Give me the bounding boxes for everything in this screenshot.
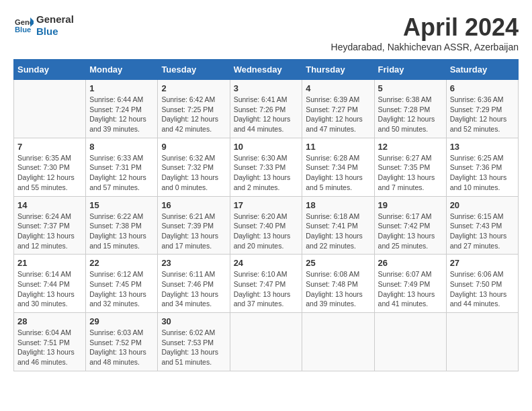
calendar-cell: 12Sunrise: 6:27 AM Sunset: 7:35 PM Dayli…	[374, 138, 446, 196]
calendar-cell	[302, 313, 374, 371]
calendar-cell: 8Sunrise: 6:33 AM Sunset: 7:31 PM Daylig…	[86, 138, 158, 196]
cell-content: Sunrise: 6:39 AM Sunset: 7:27 PM Dayligh…	[306, 95, 370, 134]
cell-content: Sunrise: 6:06 AM Sunset: 7:50 PM Dayligh…	[450, 269, 515, 309]
cell-content: Sunrise: 6:30 AM Sunset: 7:33 PM Dayligh…	[234, 153, 299, 193]
day-number: 30	[161, 316, 226, 326]
calendar-cell: 16Sunrise: 6:21 AM Sunset: 7:39 PM Dayli…	[158, 196, 230, 255]
day-number: 16	[161, 200, 226, 210]
day-number: 29	[89, 316, 154, 326]
day-number: 13	[450, 142, 515, 152]
day-number: 14	[17, 200, 82, 210]
day-number: 21	[17, 258, 82, 268]
day-number: 4	[306, 83, 370, 93]
day-number: 28	[17, 316, 82, 326]
calendar-cell	[446, 313, 518, 371]
day-number: 12	[378, 142, 443, 152]
calendar-cell: 2Sunrise: 6:42 AM Sunset: 7:25 PM Daylig…	[158, 80, 230, 138]
day-number: 27	[450, 258, 515, 268]
week-row-5: 28Sunrise: 6:04 AM Sunset: 7:51 PM Dayli…	[14, 313, 519, 371]
calendar-cell: 1Sunrise: 6:44 AM Sunset: 7:24 PM Daylig…	[86, 80, 158, 138]
day-number: 15	[89, 200, 154, 210]
day-number: 23	[161, 258, 226, 268]
calendar-cell: 15Sunrise: 6:22 AM Sunset: 7:38 PM Dayli…	[86, 196, 158, 255]
cell-content: Sunrise: 6:24 AM Sunset: 7:37 PM Dayligh…	[17, 212, 82, 251]
cell-content: Sunrise: 6:04 AM Sunset: 7:51 PM Dayligh…	[17, 328, 82, 367]
week-row-3: 14Sunrise: 6:24 AM Sunset: 7:37 PM Dayli…	[14, 196, 519, 255]
cell-content: Sunrise: 6:20 AM Sunset: 7:40 PM Dayligh…	[234, 212, 299, 251]
weekday-header-monday: Monday	[86, 60, 158, 80]
day-number: 2	[161, 83, 226, 93]
cell-content: Sunrise: 6:14 AM Sunset: 7:44 PM Dayligh…	[17, 269, 82, 309]
calendar-cell: 4Sunrise: 6:39 AM Sunset: 7:27 PM Daylig…	[302, 80, 374, 138]
day-number: 22	[89, 258, 154, 268]
calendar-cell: 7Sunrise: 6:35 AM Sunset: 7:30 PM Daylig…	[14, 138, 86, 196]
calendar-cell: 22Sunrise: 6:12 AM Sunset: 7:45 PM Dayli…	[86, 255, 158, 313]
cell-content: Sunrise: 6:36 AM Sunset: 7:29 PM Dayligh…	[450, 95, 515, 134]
cell-content: Sunrise: 6:44 AM Sunset: 7:24 PM Dayligh…	[89, 95, 154, 134]
calendar-cell	[374, 313, 446, 371]
cell-content: Sunrise: 6:33 AM Sunset: 7:31 PM Dayligh…	[89, 153, 154, 193]
calendar-cell: 23Sunrise: 6:11 AM Sunset: 7:46 PM Dayli…	[158, 255, 230, 313]
day-number: 7	[17, 142, 82, 152]
month-title: April 2024	[331, 13, 519, 42]
calendar-cell: 11Sunrise: 6:28 AM Sunset: 7:34 PM Dayli…	[302, 138, 374, 196]
svg-text:Blue: Blue	[15, 26, 31, 34]
logo-icon: General Blue	[15, 16, 34, 35]
calendar-cell: 25Sunrise: 6:08 AM Sunset: 7:48 PM Dayli…	[302, 255, 374, 313]
weekday-header-thursday: Thursday	[302, 60, 374, 80]
cell-content: Sunrise: 6:17 AM Sunset: 7:42 PM Dayligh…	[378, 212, 443, 251]
calendar-cell: 19Sunrise: 6:17 AM Sunset: 7:42 PM Dayli…	[374, 196, 446, 255]
logo-line2: Blue	[36, 26, 74, 38]
location: Heydarabad, Nakhichevan ASSR, Azerbaijan	[331, 42, 519, 52]
day-number: 24	[234, 258, 299, 268]
cell-content: Sunrise: 6:07 AM Sunset: 7:49 PM Dayligh…	[378, 269, 443, 309]
week-row-4: 21Sunrise: 6:14 AM Sunset: 7:44 PM Dayli…	[14, 255, 519, 313]
cell-content: Sunrise: 6:32 AM Sunset: 7:32 PM Dayligh…	[161, 153, 226, 193]
day-number: 18	[306, 200, 370, 210]
weekday-header-tuesday: Tuesday	[158, 60, 230, 80]
day-number: 1	[89, 83, 154, 93]
calendar-cell: 27Sunrise: 6:06 AM Sunset: 7:50 PM Dayli…	[446, 255, 518, 313]
calendar-cell: 21Sunrise: 6:14 AM Sunset: 7:44 PM Dayli…	[14, 255, 86, 313]
day-number: 11	[306, 142, 370, 152]
day-number: 20	[450, 200, 515, 210]
cell-content: Sunrise: 6:21 AM Sunset: 7:39 PM Dayligh…	[161, 212, 226, 251]
week-row-1: 1Sunrise: 6:44 AM Sunset: 7:24 PM Daylig…	[14, 80, 519, 138]
day-number: 6	[450, 83, 515, 93]
cell-content: Sunrise: 6:11 AM Sunset: 7:46 PM Dayligh…	[161, 269, 226, 309]
logo-line1: General	[36, 13, 74, 26]
page-header: General Blue General Blue April 2024 Hey…	[13, 13, 519, 52]
cell-content: Sunrise: 6:18 AM Sunset: 7:41 PM Dayligh…	[306, 212, 370, 251]
weekday-header-sunday: Sunday	[14, 60, 86, 80]
calendar-cell: 30Sunrise: 6:02 AM Sunset: 7:53 PM Dayli…	[158, 313, 230, 371]
cell-content: Sunrise: 6:28 AM Sunset: 7:34 PM Dayligh…	[306, 153, 370, 193]
logo: General Blue General Blue	[13, 13, 74, 38]
day-number: 19	[378, 200, 443, 210]
cell-content: Sunrise: 6:27 AM Sunset: 7:35 PM Dayligh…	[378, 153, 443, 193]
calendar-cell: 28Sunrise: 6:04 AM Sunset: 7:51 PM Dayli…	[14, 313, 86, 371]
calendar-cell	[14, 80, 86, 138]
title-block: April 2024 Heydarabad, Nakhichevan ASSR,…	[331, 13, 519, 52]
calendar-cell: 17Sunrise: 6:20 AM Sunset: 7:40 PM Dayli…	[230, 196, 302, 255]
cell-content: Sunrise: 6:25 AM Sunset: 7:36 PM Dayligh…	[450, 153, 515, 193]
day-number: 10	[234, 142, 299, 152]
cell-content: Sunrise: 6:02 AM Sunset: 7:53 PM Dayligh…	[161, 328, 226, 367]
calendar-cell: 26Sunrise: 6:07 AM Sunset: 7:49 PM Dayli…	[374, 255, 446, 313]
day-number: 26	[378, 258, 443, 268]
calendar-cell: 6Sunrise: 6:36 AM Sunset: 7:29 PM Daylig…	[446, 80, 518, 138]
cell-content: Sunrise: 6:38 AM Sunset: 7:28 PM Dayligh…	[378, 95, 443, 134]
calendar-cell: 9Sunrise: 6:32 AM Sunset: 7:32 PM Daylig…	[158, 138, 230, 196]
calendar-cell	[230, 313, 302, 371]
calendar-cell: 5Sunrise: 6:38 AM Sunset: 7:28 PM Daylig…	[374, 80, 446, 138]
day-number: 8	[89, 142, 154, 152]
calendar-cell: 29Sunrise: 6:03 AM Sunset: 7:52 PM Dayli…	[86, 313, 158, 371]
calendar-cell: 13Sunrise: 6:25 AM Sunset: 7:36 PM Dayli…	[446, 138, 518, 196]
cell-content: Sunrise: 6:35 AM Sunset: 7:30 PM Dayligh…	[17, 153, 82, 193]
weekday-header-friday: Friday	[374, 60, 446, 80]
cell-content: Sunrise: 6:15 AM Sunset: 7:43 PM Dayligh…	[450, 212, 515, 251]
week-row-2: 7Sunrise: 6:35 AM Sunset: 7:30 PM Daylig…	[14, 138, 519, 196]
calendar-cell: 3Sunrise: 6:41 AM Sunset: 7:26 PM Daylig…	[230, 80, 302, 138]
calendar-cell: 14Sunrise: 6:24 AM Sunset: 7:37 PM Dayli…	[14, 196, 86, 255]
day-number: 25	[306, 258, 370, 268]
calendar-cell: 18Sunrise: 6:18 AM Sunset: 7:41 PM Dayli…	[302, 196, 374, 255]
